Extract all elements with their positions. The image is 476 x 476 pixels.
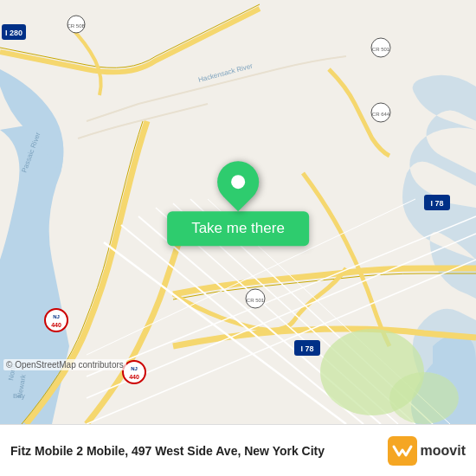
svg-text:NJ: NJ — [53, 314, 60, 319]
map-container: Hackensack River Passaic River North New… — [0, 0, 476, 424]
svg-text:440: 440 — [51, 322, 61, 328]
svg-text:I 280: I 280 — [5, 29, 23, 37]
svg-point-27 — [45, 309, 68, 331]
svg-point-38 — [389, 372, 459, 424]
svg-text:CR 501: CR 501 — [247, 298, 265, 303]
button-overlay: Take me there — [167, 161, 309, 246]
take-me-there-button[interactable]: Take me there — [167, 211, 309, 246]
svg-text:Bay: Bay — [13, 392, 25, 400]
svg-text:CR 50B: CR 50B — [67, 23, 85, 29]
svg-text:CR 501: CR 501 — [372, 47, 390, 52]
location-pin — [209, 152, 267, 211]
location-name: Fitz Mobile 2 Mobile, 497 West Side Ave,… — [10, 444, 388, 458]
svg-text:440: 440 — [129, 374, 139, 380]
svg-text:I 78: I 78 — [430, 199, 443, 208]
svg-point-30 — [123, 361, 145, 383]
svg-text:NJ: NJ — [131, 366, 138, 371]
svg-text:CR 644: CR 644 — [372, 112, 390, 117]
location-info: Fitz Mobile 2 Mobile, 497 West Side Ave,… — [10, 444, 388, 458]
bottom-bar: Fitz Mobile 2 Mobile, 497 West Side Ave,… — [0, 424, 476, 476]
moovit-icon — [388, 436, 417, 466]
moovit-text: moovit — [421, 443, 466, 459]
moovit-logo: moovit — [388, 436, 466, 466]
map-attribution: © OpenStreetMap contributors — [3, 359, 126, 370]
svg-text:I 78: I 78 — [300, 344, 313, 353]
